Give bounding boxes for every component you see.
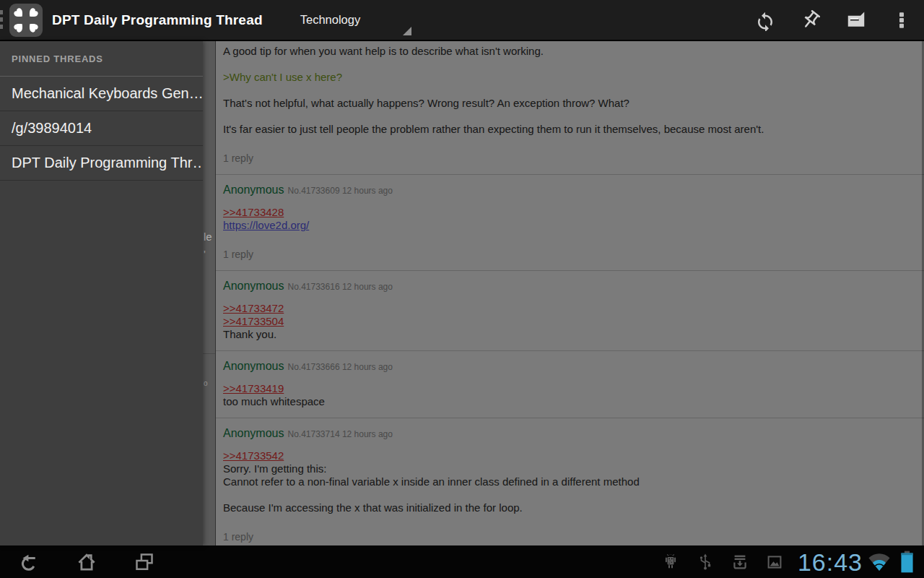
post-paragraph: >>41733419too much whitespace [223,382,917,408]
post-text: A good tip for when you want help is to … [223,45,917,58]
post-paragraph: A good tip for when you want help is to … [223,45,917,58]
back-icon[interactable] [17,550,40,574]
drawer-item[interactable]: Mechanical Keyboards Gen… [0,77,203,111]
drawer-header: PINNED THREADS [0,41,203,77]
refresh-icon[interactable] [742,0,788,40]
post[interactable]: A good tip for when you want help is to … [216,41,924,175]
post[interactable]: AnonymousNo.41733714 12 hours ago>>41733… [216,418,924,545]
pinned-threads-drawer: PINNED THREADS Mechanical Keyboards Gen…… [0,41,203,545]
post-paragraph: >>41733542Sorry. I'm getting this:Cannot… [223,449,917,488]
post-author: Anonymous [223,280,284,292]
main-row: PINNED THREADS Mechanical Keyboards Gen…… [0,41,924,545]
post-text: That's not helpful, what actually happen… [223,97,917,110]
usb-icon [697,553,714,571]
overflow-menu-icon[interactable] [879,0,924,40]
post-number-timestamp: No.41733666 12 hours ago [288,362,393,372]
post-paragraph: >>41733472>>41733504Thank you. [223,302,917,341]
recents-icon[interactable] [133,550,156,574]
gallery-icon [766,553,783,571]
post-text: Because I'm accessing the x that was ini… [223,501,917,514]
post-number-timestamp: No.41733714 12 hours ago [288,429,393,439]
post-text: too much whitespace [223,395,917,408]
post-text: Cannot refer to a non-final variable x i… [223,475,917,488]
board-spinner-label: Technology [300,13,360,27]
status-area: 16:43 [645,550,924,574]
pin-icon[interactable] [788,0,833,40]
quote-link[interactable]: >>41733419 [223,382,917,395]
android-debug-icon [662,553,679,571]
post-author: Anonymous [223,184,284,196]
fourchan-clover-icon[interactable] [9,4,43,37]
screen: DPT Daily Programming Thread Technology [0,0,924,578]
reply-count[interactable]: 1 reply [223,530,917,543]
post-header: AnonymousNo.41733714 12 hours ago [223,427,917,441]
reply-count[interactable]: 1 reply [223,152,917,165]
quote-link[interactable]: >>41733504 [223,315,917,328]
drawer-items: Mechanical Keyboards Gen…/g/39894014DPT … [0,77,203,181]
post-paragraph: Because I'm accessing the x that was ini… [223,501,917,514]
occluded-text-fragment: ' [204,248,206,260]
post-paragraph: >Why can't I use x here? [223,71,917,84]
post-number-timestamp: No.41733609 12 hours ago [288,186,393,196]
post-text: It's far easier to just tell people the … [223,123,917,136]
post-text: Thank you. [223,328,917,341]
battery-icon [900,551,914,573]
drawer-handle-icon[interactable] [0,10,3,30]
post[interactable]: AnonymousNo.41733609 12 hours ago>>41733… [216,175,924,271]
clock: 16:43 [798,550,863,574]
post-author: Anonymous [223,360,284,372]
reply-count[interactable]: 1 reply [223,248,917,261]
post-paragraph: That's not helpful, what actually happen… [223,97,917,110]
post-header: AnonymousNo.41733609 12 hours ago [223,184,917,197]
board-spinner[interactable]: Technology [287,0,416,40]
action-bar: DPT Daily Programming Thread Technology [0,0,924,40]
post-text: Sorry. I'm getting this: [223,462,917,475]
post[interactable]: AnonymousNo.41733666 12 hours ago>>41733… [216,351,924,418]
post-author: Anonymous [223,427,284,439]
post-list: A good tip for when you want help is to … [216,41,924,545]
spinner-caret-icon [403,27,411,35]
quote-link[interactable]: >>41733428 [223,206,917,219]
drawer-item[interactable]: /g/39894014 [0,111,203,146]
drawer-header-label: PINNED THREADS [12,53,103,64]
occluded-text-fragment: le [204,230,212,243]
nav-buttons [0,550,191,574]
reply-icon[interactable] [833,0,879,40]
greentext: >Why can't I use x here? [223,71,917,84]
action-bar-actions [742,0,924,40]
strip-divider [203,353,215,354]
system-nav-bar: 16:43 [0,545,924,578]
download-icon [731,553,749,571]
thread-content: A good tip for when you want help is to … [216,41,924,545]
thread-title: DPT Daily Programming Thread [52,12,263,28]
occluded-text-fragment: o [204,379,208,387]
url-link[interactable]: https://love2d.org/ [223,219,917,232]
wifi-icon [867,552,892,571]
dimmed-pane-strip: le'oo [203,41,216,545]
quote-link[interactable]: >>41733542 [223,449,917,462]
post-number-timestamp: No.41733616 12 hours ago [288,282,393,292]
quote-link[interactable]: >>41733472 [223,302,917,315]
post-paragraph: It's far easier to just tell people the … [223,123,917,136]
drawer-item[interactable]: DPT Daily Programming Thr… [0,146,203,181]
post[interactable]: AnonymousNo.41733616 12 hours ago>>41733… [216,271,924,351]
post-header: AnonymousNo.41733616 12 hours ago [223,280,917,293]
home-icon[interactable] [75,550,98,574]
post-paragraph: >>41733428https://love2d.org/ [223,206,917,232]
post-header: AnonymousNo.41733666 12 hours ago [223,360,917,374]
